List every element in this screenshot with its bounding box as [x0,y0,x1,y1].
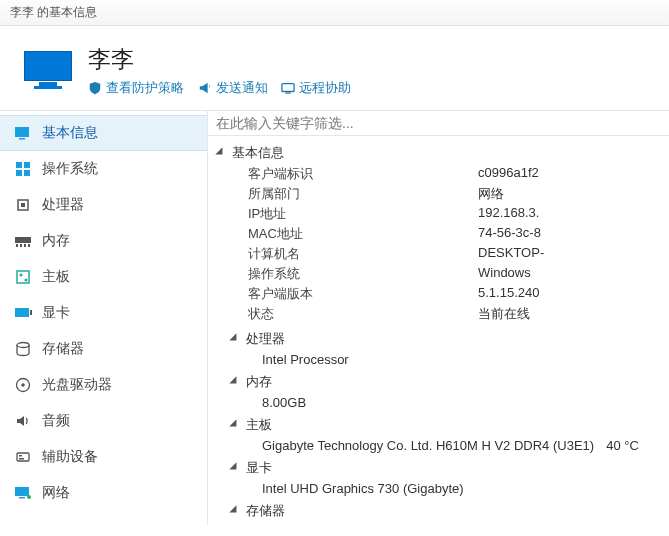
kv-key: 操作系统 [248,265,478,283]
section-head-gpu[interactable]: 显卡 [212,457,665,479]
svg-rect-25 [19,458,24,460]
svg-rect-26 [15,487,29,496]
section-title: 主板 [246,416,272,434]
header-links: 查看防护策略 发送通知 远程协助 [88,79,649,98]
sidebar-item-basic[interactable]: 基本信息 [0,115,207,151]
svg-rect-7 [24,170,30,176]
svg-point-28 [27,495,31,499]
disc-icon [14,377,32,393]
section-value: Intel Processor [212,350,665,369]
kv-row: 客户端标识c0996a1f2 [248,164,665,184]
kv-key: 计算机名 [248,245,478,263]
kv-value: 74-56-3c-8 [478,225,541,243]
sidebar-item-motherboard[interactable]: 主板 [0,259,207,295]
link-label: 查看防护策略 [106,79,184,97]
kv-row: 计算机名DESKTOP- [248,244,665,264]
sidebar-item-cpu[interactable]: 处理器 [0,187,207,223]
kv-value: 当前在线 [478,305,530,323]
sidebar-item-label: 光盘驱动器 [42,376,112,394]
monitor-icon [24,51,72,91]
kv-value: 192.168.3. [478,205,539,223]
svg-point-20 [17,343,29,348]
remote-assist-link[interactable]: 远程协助 [281,79,351,97]
section-title: 显卡 [246,459,272,477]
kv-row: 所属部门网络 [248,184,665,204]
memory-icon [14,233,32,249]
send-notify-link[interactable]: 发送通知 [198,79,268,97]
sidebar-item-os[interactable]: 操作系统 [0,151,207,187]
section-value: Intel UHD Graphics 730 (Gigabyte) [212,479,665,498]
main-body: 基本信息 操作系统 处理器 内存 主板 显卡 存储器 光盘驱动器 [0,111,669,525]
section-motherboard: 主板 Gigabyte Technology Co. Ltd. H610M H … [212,414,665,455]
chevron-down-icon [232,506,242,516]
details-pane: 基本信息 客户端标识c0996a1f2 所属部门网络 IP地址192.168.3… [208,111,669,525]
kv-key: MAC地址 [248,225,478,243]
kv-list-basic: 客户端标识c0996a1f2 所属部门网络 IP地址192.168.3. MAC… [212,164,665,326]
kv-row: 操作系统Windows [248,264,665,284]
sidebar-item-label: 显卡 [42,304,70,322]
chevron-down-icon [232,334,242,344]
view-policy-link[interactable]: 查看防护策略 [88,79,184,97]
section-head-cpu[interactable]: 处理器 [212,328,665,350]
kv-key: 客户端版本 [248,285,478,303]
kv-value: c0996a1f2 [478,165,539,183]
svg-rect-4 [16,162,22,168]
kv-value: 网络 [478,185,504,203]
kv-key: 客户端标识 [248,165,478,183]
kv-value: DESKTOP- [478,245,544,263]
chevron-down-icon [232,463,242,473]
sidebar-item-memory[interactable]: 内存 [0,223,207,259]
svg-rect-27 [19,497,25,499]
window-title: 李李 的基本信息 [10,5,97,19]
kv-key: 状态 [248,305,478,323]
sidebar-item-storage[interactable]: 存储器 [0,331,207,367]
svg-rect-0 [282,84,294,92]
section-head-basic[interactable]: 基本信息 [212,142,665,164]
svg-point-17 [25,279,28,282]
sidebar-item-optical[interactable]: 光盘驱动器 [0,367,207,403]
sidebar: 基本信息 操作系统 处理器 内存 主板 显卡 存储器 光盘驱动器 [0,111,208,525]
search-bar [208,111,669,136]
kv-row: IP地址192.168.3. [248,204,665,224]
link-label: 发送通知 [216,79,268,97]
kv-row: 状态当前在线 [248,304,665,324]
section-basic: 基本信息 客户端标识c0996a1f2 所属部门网络 IP地址192.168.3… [212,142,665,326]
section-gpu: 显卡 Intel UHD Graphics 730 (Gigabyte) [212,457,665,498]
sidebar-item-label: 内存 [42,232,70,250]
sidebar-item-aux[interactable]: 辅助设备 [0,439,207,475]
section-storage: 存储器 476GB Lecoo E651T M.2 NVMe 2280 512G… [212,500,665,525]
svg-rect-18 [15,308,29,317]
sidebar-item-audio[interactable]: 音频 [0,403,207,439]
section-head-memory[interactable]: 内存 [212,371,665,393]
svg-rect-6 [16,170,22,176]
sidebar-item-label: 网络 [42,484,70,502]
sidebar-item-network[interactable]: 网络 [0,475,207,511]
section-title: 基本信息 [232,144,284,162]
filter-input[interactable] [216,115,661,131]
svg-rect-1 [286,92,291,93]
motherboard-icon [14,269,32,285]
sidebar-item-label: 操作系统 [42,160,98,178]
shield-icon [88,81,102,95]
link-label: 远程协助 [299,79,351,97]
section-head-storage[interactable]: 存储器 [212,500,665,522]
sidebar-item-label: 主板 [42,268,70,286]
section-head-motherboard[interactable]: 主板 [212,414,665,436]
info-tree: 基本信息 客户端标识c0996a1f2 所属部门网络 IP地址192.168.3… [208,136,669,525]
svg-rect-24 [19,455,22,457]
kv-value: 5.1.15.240 [478,285,539,303]
kv-row: 客户端版本5.1.15.240 [248,284,665,304]
windows-icon [14,161,32,177]
remote-icon [281,81,295,95]
info-icon [14,125,32,141]
kv-key: 所属部门 [248,185,478,203]
window-titlebar: 李李 的基本信息 [0,0,669,26]
section-title: 内存 [246,373,272,391]
sidebar-item-gpu[interactable]: 显卡 [0,295,207,331]
svg-rect-23 [17,453,29,461]
svg-rect-9 [21,203,25,207]
svg-rect-13 [24,244,26,247]
svg-rect-12 [20,244,22,247]
gpu-icon [14,305,32,321]
svg-rect-19 [30,310,32,315]
